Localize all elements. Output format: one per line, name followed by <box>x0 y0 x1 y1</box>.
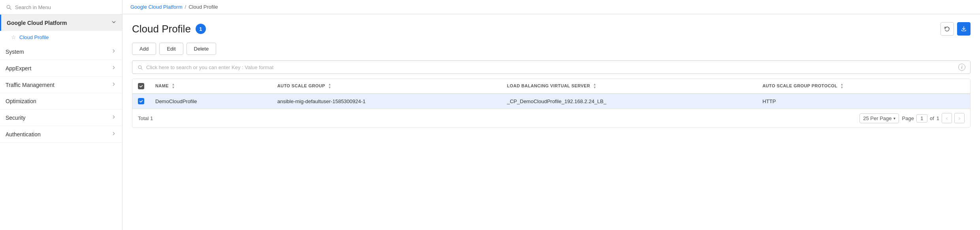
sidebar-subitem-label: Cloud Profile <box>19 34 49 40</box>
search-bar-placeholder: Click here to search or you can enter Ke… <box>146 64 273 70</box>
cell-lb-vs: _CP_DemoCloudProfile_192.168.2.24_LB_ <box>501 94 757 109</box>
chevron-down-icon <box>111 19 117 26</box>
current-page-input[interactable]: 1 <box>916 114 927 123</box>
breadcrumb-parent-link[interactable]: Google Cloud Platform <box>130 4 183 10</box>
col-auto-scale-group[interactable]: AUTO SCALE GROUP ▲▼ <box>272 79 501 94</box>
sidebar-gcp-section: Google Cloud Platform ☆ Cloud Profile <box>0 15 122 43</box>
sidebar-item-traffic-management[interactable]: Traffic Management <box>0 77 122 93</box>
header-checkbox[interactable] <box>138 83 144 89</box>
sidebar-item-optimization[interactable]: Optimization <box>0 93 122 109</box>
title-actions <box>940 22 971 36</box>
page-title-row: Cloud Profile 1 <box>132 22 971 36</box>
chevron-right-icon <box>111 65 117 72</box>
chevron-right-icon <box>111 81 117 88</box>
search-bar[interactable]: Click here to search or you can enter Ke… <box>132 60 971 74</box>
page-label: Page <box>902 115 914 121</box>
per-page-selector[interactable]: 25 Per Page ▾ <box>859 113 899 123</box>
refresh-button[interactable] <box>940 22 954 36</box>
star-icon: ☆ <box>11 34 16 40</box>
col-protocol[interactable]: AUTO SCALE GROUP PROTOCOL ▲▼ <box>757 79 970 94</box>
breadcrumb-current: Cloud Profile <box>188 4 218 10</box>
sort-icon: ▲▼ <box>840 83 843 89</box>
breadcrumb-separator: / <box>185 4 187 10</box>
col-lb-vs[interactable]: LOAD BALANCING VIRTUAL SERVER ▲▼ <box>501 79 757 94</box>
cell-auto-scale-group: ansible-mig-defaultuser-1585300924-1 <box>272 94 501 109</box>
export-icon <box>961 26 967 32</box>
total-count-label: Total 1 <box>138 115 153 121</box>
total-pages: 1 <box>937 115 939 121</box>
main-content: Google Cloud Platform / Cloud Profile Cl… <box>122 0 980 230</box>
info-icon[interactable]: i <box>958 64 965 71</box>
sidebar-item-authentication[interactable]: Authentication <box>0 126 122 143</box>
sidebar-item-cloud-profile[interactable]: ☆ Cloud Profile <box>0 31 122 43</box>
search-bar-icon <box>137 64 143 70</box>
sidebar-nav-label: Security <box>6 115 26 121</box>
sort-icon: ▲▼ <box>328 83 331 89</box>
sidebar-nav-label: AppExpert <box>6 65 31 72</box>
refresh-icon <box>944 26 950 32</box>
col-name[interactable]: NAME ▲▼ <box>150 79 272 94</box>
page-navigation: Page 1 of 1 ‹ › <box>902 113 965 123</box>
table-row[interactable]: DemoCloudProfile ansible-mig-defaultuser… <box>132 94 970 109</box>
page-title-group: Cloud Profile 1 <box>132 23 206 35</box>
sidebar-search-bar[interactable]: Search in Menu <box>0 0 122 15</box>
sidebar: Search in Menu Google Cloud Platform ☆ C… <box>0 0 122 230</box>
chevron-right-icon <box>111 114 117 121</box>
sidebar-item-security[interactable]: Security <box>0 109 122 126</box>
data-table: NAME ▲▼ AUTO SCALE GROUP ▲▼ LOAD BALANCI… <box>132 79 971 128</box>
cell-protocol: HTTP <box>757 94 970 109</box>
row-checkbox-cell <box>132 94 150 109</box>
sort-icon: ▲▼ <box>593 83 596 89</box>
sidebar-nav-label: System <box>6 49 24 55</box>
sidebar-item-system[interactable]: System <box>0 43 122 60</box>
chevron-right-icon <box>111 131 117 138</box>
sidebar-nav-label: Traffic Management <box>6 82 55 88</box>
check-icon <box>139 84 143 88</box>
table-footer: Total 1 25 Per Page ▾ Page 1 of 1 ‹ › <box>132 109 970 127</box>
breadcrumb: Google Cloud Platform / Cloud Profile <box>122 0 980 14</box>
sidebar-search-placeholder: Search in Menu <box>15 4 51 10</box>
page-title: Cloud Profile <box>132 23 191 35</box>
chevron-right-icon <box>111 48 117 55</box>
check-icon <box>139 99 143 103</box>
svg-point-0 <box>138 66 141 69</box>
page-content: Cloud Profile 1 Add Edit Delete Click he… <box>122 14 980 230</box>
sidebar-nav-label: Optimization <box>6 98 36 104</box>
sidebar-item-appexpert[interactable]: AppExpert <box>0 60 122 77</box>
table-header-row: NAME ▲▼ AUTO SCALE GROUP ▲▼ LOAD BALANCI… <box>132 79 970 94</box>
per-page-label: 25 Per Page <box>863 115 891 121</box>
of-label: of <box>930 115 934 121</box>
next-page-button[interactable]: › <box>954 113 965 123</box>
sidebar-gcp-header[interactable]: Google Cloud Platform <box>0 15 122 31</box>
sidebar-nav-label: Authentication <box>6 131 41 138</box>
edit-button[interactable]: Edit <box>159 43 183 55</box>
sidebar-gcp-label: Google Cloud Platform <box>7 20 67 26</box>
search-icon <box>6 4 12 10</box>
cell-name: DemoCloudProfile <box>150 94 272 109</box>
export-button[interactable] <box>957 22 971 36</box>
header-checkbox-cell <box>132 79 150 94</box>
per-page-chevron-icon: ▾ <box>893 116 895 121</box>
page-count-badge: 1 <box>196 24 206 34</box>
row-checkbox[interactable] <box>138 98 144 104</box>
add-button[interactable]: Add <box>132 43 156 55</box>
sort-icon: ▲▼ <box>172 83 175 89</box>
delete-button[interactable]: Delete <box>187 43 217 55</box>
pagination: 25 Per Page ▾ Page 1 of 1 ‹ › <box>859 113 965 123</box>
prev-page-button[interactable]: ‹ <box>942 113 952 123</box>
toolbar: Add Edit Delete <box>132 43 971 55</box>
